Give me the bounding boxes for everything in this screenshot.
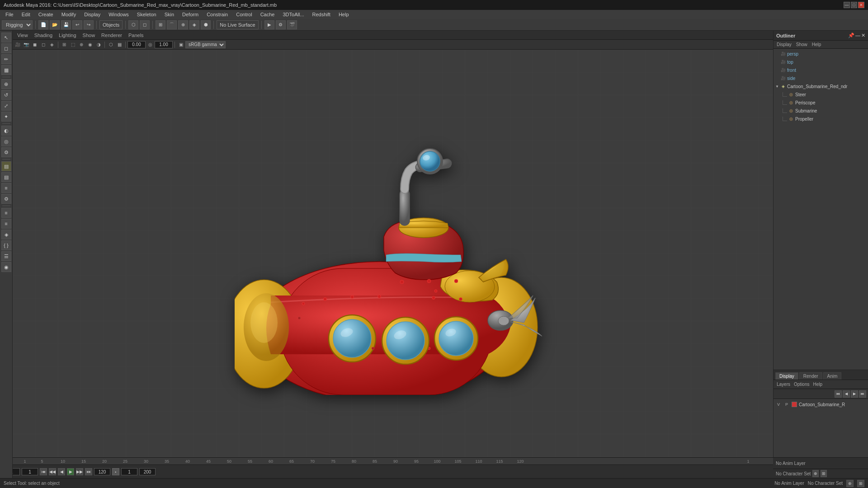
outliner-item-steer[interactable]: ◎ Steer [774, 90, 868, 99]
play-first-btn[interactable]: ⏮ [40, 468, 47, 475]
cursor-tool-btn[interactable]: ↖ [1, 33, 11, 42]
menu-constrain[interactable]: Constrain [203, 11, 231, 18]
nav-last-btn[interactable]: ⏭ [859, 390, 866, 398]
menu-control[interactable]: Control [232, 11, 255, 18]
status-btn2[interactable]: ⊞ [857, 480, 864, 487]
render-settings-btn[interactable]: ⚙ [276, 20, 286, 29]
outliner-pin-button[interactable]: 📌 [848, 33, 854, 38]
vp-highlight-btn[interactable]: ◑ [94, 41, 103, 49]
vp-grid-btn[interactable]: ⊞ [60, 41, 68, 49]
lasso-tool-btn[interactable]: ◻ [1, 43, 11, 53]
menu-windows[interactable]: Windows [105, 11, 132, 18]
menu-help[interactable]: Help [335, 11, 353, 18]
vp-smooth-btn[interactable]: ◈ [48, 41, 56, 49]
nav-first-btn[interactable]: ⏮ [835, 390, 842, 398]
vp-isolate-btn[interactable]: ⬡ [107, 41, 115, 49]
options-menu[interactable]: Options [793, 382, 811, 387]
scale-tool-btn[interactable]: ⤢ [1, 101, 11, 111]
outliner-item-front[interactable]: 🎥 front [774, 66, 868, 74]
vp-hud-btn[interactable]: ⬚ [69, 41, 77, 49]
layer-help-menu[interactable]: Help [811, 382, 824, 387]
menu-deform[interactable]: Deform [179, 11, 202, 18]
menu-file[interactable]: File [2, 11, 17, 18]
outliner-display-menu[interactable]: Display [775, 42, 793, 47]
snap-curve-btn[interactable]: ⌒ [167, 20, 177, 29]
menu-skin[interactable]: Skin [161, 11, 178, 18]
node-editor-btn[interactable]: ◈ [1, 230, 11, 239]
menu-redshift[interactable]: Redshift [309, 11, 334, 18]
menu-edit[interactable]: Edit [18, 11, 34, 18]
minimize-button[interactable]: — [844, 2, 850, 8]
gamma-select[interactable]: sRGB gamma [185, 41, 226, 48]
snap-grid-btn[interactable]: ⊞ [156, 20, 165, 29]
play-btn[interactable]: ▶ [67, 468, 74, 475]
start-frame-input[interactable]: 1 [22, 468, 38, 475]
snap-view-btn[interactable]: ◈ [189, 20, 199, 29]
vp-wireframe-btn[interactable]: ◻ [39, 41, 47, 49]
vp-resolution-btn[interactable]: ▦ [115, 41, 123, 49]
snap-point-btn[interactable]: ⊕ [178, 20, 188, 29]
menu-3dtoall[interactable]: 3DToAll... [279, 11, 307, 18]
layer-tab-anim[interactable]: Anim [823, 372, 842, 380]
close-button[interactable]: ✕ [858, 2, 864, 8]
render-region-btn[interactable]: 🎬 [287, 20, 297, 29]
vp-manip-btn[interactable]: ⊕ [77, 41, 85, 49]
render-layers-btn[interactable]: ▤ [1, 172, 11, 182]
outliner-help-menu[interactable]: Help [811, 42, 823, 47]
char-set-btn2[interactable]: ⊞ [821, 470, 827, 477]
anim-layers-btn[interactable]: ≡ [1, 183, 11, 193]
new-scene-button[interactable]: 📄 [38, 20, 48, 29]
layer-v-flag[interactable]: V [775, 402, 782, 407]
range-end-input[interactable]: 200 [139, 468, 156, 475]
outliner-item-submarine[interactable]: ◎ Submarine [774, 107, 868, 115]
lasso-mode-btn[interactable]: ◻ [140, 20, 150, 29]
paint-select-btn[interactable]: ✏ [1, 54, 11, 64]
vp-menu-panels[interactable]: Panels [126, 32, 146, 39]
status-btn1[interactable]: ⊕ [846, 480, 854, 487]
play-forward-btn[interactable]: ▶▶ [76, 468, 83, 475]
rotate-tool-btn[interactable]: ↺ [1, 90, 11, 100]
layer-tab-render[interactable]: Render [799, 372, 822, 380]
vp-select-type-btn[interactable]: ◉ [86, 41, 94, 49]
snap-surface-btn[interactable]: ⬢ [201, 20, 211, 29]
outliner-btn[interactable]: ☰ [1, 251, 11, 261]
end-frame-input[interactable]: 120 [94, 468, 110, 475]
vp-select-btn[interactable]: 📷 [22, 41, 30, 49]
menu-skeleton[interactable]: Skeleton [133, 11, 160, 18]
show-manip-btn[interactable]: ⚙ [1, 147, 11, 157]
vp-menu-view[interactable]: View [14, 32, 31, 39]
display-layers-btn[interactable]: ▤ [1, 161, 11, 171]
menu-display[interactable]: Display [80, 11, 104, 18]
open-scene-button[interactable]: 📂 [50, 20, 60, 29]
layer-row-cartoon-sub[interactable]: V P Cartoon_Submarine_R [774, 400, 868, 409]
menu-create[interactable]: Create [35, 11, 57, 18]
sculpt-btn[interactable]: ◎ [1, 136, 11, 146]
outliner-item-propeller[interactable]: ◎ Propeller [774, 115, 868, 123]
outliner-item-periscope[interactable]: ◎ Periscope [774, 99, 868, 107]
render-btn[interactable]: ▶ [264, 20, 274, 29]
mode-dropdown[interactable]: Rigging [2, 20, 33, 29]
script-editor-btn[interactable]: { } [1, 240, 11, 250]
attribute-editor-btn[interactable]: ≡ [1, 219, 11, 229]
redo-button[interactable]: ↪ [84, 20, 94, 29]
vp-menu-show[interactable]: Show [80, 32, 98, 39]
layers-menu[interactable]: Layers [775, 382, 792, 387]
vp-shading-btn[interactable]: ◼ [31, 41, 39, 49]
soft-mod-btn[interactable]: ◐ [1, 126, 11, 136]
play-prev-btn[interactable]: ◀◀ [49, 468, 56, 475]
outliner-item-persp[interactable]: 🎥 persp [774, 50, 868, 58]
vp-menu-renderer[interactable]: Renderer [99, 32, 125, 39]
char-set-btn1[interactable]: ⊕ [812, 470, 819, 477]
save-scene-button[interactable]: 💾 [61, 20, 71, 29]
vp-camera-btn[interactable]: 🎥 [14, 41, 22, 49]
expand-icon-cartoon-sub[interactable]: ▼ [775, 84, 779, 88]
maximize-button[interactable]: □ [851, 2, 857, 8]
outliner-item-cartoon-sub[interactable]: ▼ ◈ Cartoon_Submarine_Red_ndr [774, 82, 868, 90]
outliner-item-side[interactable]: 🎥 side [774, 74, 868, 82]
range-start-input[interactable]: 1 [121, 468, 137, 475]
select-mode-btn[interactable]: ⬡ [128, 20, 138, 29]
nav-prev-btn[interactable]: ◀ [843, 390, 850, 398]
move-tool-btn[interactable]: ⊕ [1, 79, 11, 89]
vp-value2-input[interactable]: 1.00 [155, 41, 173, 48]
layer-tab-display[interactable]: Display [775, 372, 798, 380]
